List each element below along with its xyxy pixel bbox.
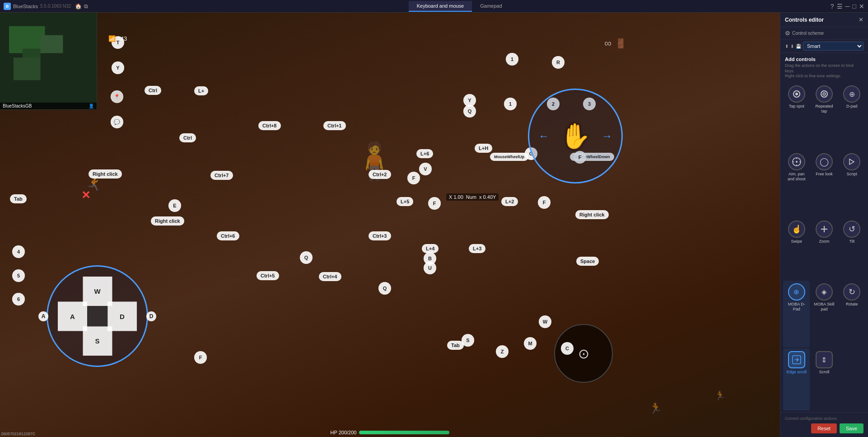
side-num-6[interactable]: 6 bbox=[12, 293, 25, 305]
ctrl-edge-scroll[interactable]: Edge scroll bbox=[783, 348, 810, 410]
key-bubble-Ctrl[interactable]: Ctrl bbox=[145, 86, 161, 95]
key-bubble-Ctrl1[interactable]: Ctrl+1 bbox=[323, 121, 346, 130]
scheme-gear-icon[interactable]: ⚙ bbox=[785, 30, 790, 37]
key-bubble-location[interactable]: 📍 bbox=[111, 90, 123, 103]
game-area: BlueStacksGB 👤 26057021812287C 📶 143 3 ∞… bbox=[0, 13, 780, 437]
key-bubble-S-br[interactable]: S bbox=[462, 334, 474, 347]
ctrl-repeated-tap[interactable]: Repeatedtap bbox=[811, 83, 837, 150]
export-icon[interactable]: ⬇ bbox=[790, 44, 794, 49]
key-bubble-L6[interactable]: L+6 bbox=[416, 149, 433, 158]
key-bubble-Q-right[interactable]: Q bbox=[463, 105, 476, 117]
hp-bar bbox=[359, 431, 449, 434]
ctrl-tilt[interactable]: ↺ Tilt bbox=[839, 218, 865, 280]
key-bubble-F-far2[interactable]: F bbox=[538, 196, 551, 209]
save-cloud-icon[interactable]: 💾 bbox=[796, 44, 801, 49]
key-bubble-chat[interactable]: 💬 bbox=[111, 116, 123, 128]
app-name: BlueStacks bbox=[13, 4, 38, 9]
ctrl-rotate[interactable]: ↻ Rotate bbox=[839, 281, 865, 348]
exit-icon[interactable]: 🚪 bbox=[615, 38, 626, 49]
key-bubble-Q2[interactable]: Q bbox=[378, 282, 391, 295]
key-bubble-Ctrl6[interactable]: Ctrl+6 bbox=[217, 231, 239, 240]
repeated-tap-label: Repeatedtap bbox=[815, 104, 833, 114]
ctrl-moba-skill-pad[interactable]: ◈ MOBA Skillpad bbox=[811, 281, 837, 348]
add-controls-title: Add controls bbox=[785, 56, 863, 62]
moba-skill-pad-icon: ◈ bbox=[816, 283, 833, 301]
key-bubble-L-plus[interactable]: L+ bbox=[194, 86, 208, 95]
ctrl-tap-spot[interactable]: Tap spot bbox=[783, 83, 810, 150]
key-bubble-F-bottom[interactable]: F bbox=[194, 351, 207, 364]
close-mark[interactable]: ✕ bbox=[81, 189, 90, 202]
key-bubble-L4[interactable]: L+4 bbox=[422, 244, 439, 253]
ctrl-scroll[interactable]: ⇕ Scroll bbox=[811, 348, 837, 410]
key-bubble-1-top[interactable]: 1 bbox=[506, 53, 518, 66]
edge-scroll-label: Edge scroll bbox=[786, 370, 807, 375]
import-icon[interactable]: ⬆ bbox=[785, 44, 789, 49]
key-bubble-L2[interactable]: L+2 bbox=[501, 197, 518, 206]
free-look-label: Free look bbox=[816, 172, 833, 177]
key-bubble-right-click1[interactable]: Right click bbox=[89, 169, 122, 179]
dpad-label-D: D bbox=[146, 311, 156, 321]
tap-spot-label: Tap spot bbox=[789, 104, 804, 109]
hp-bar-container: HP 200/200 bbox=[331, 430, 450, 435]
moba-skill-pad-label: MOBA Skillpad bbox=[814, 302, 834, 312]
key-bubble-E[interactable]: E bbox=[168, 199, 181, 212]
ctrl-script[interactable]: Script bbox=[839, 150, 865, 217]
key-bubble-Ctrl5[interactable]: Ctrl+5 bbox=[257, 271, 279, 280]
side-num-5[interactable]: 5 bbox=[12, 269, 25, 282]
key-bubble-Ctrl7[interactable]: Ctrl+7 bbox=[210, 171, 233, 180]
menu-icon[interactable]: ☰ bbox=[837, 3, 843, 10]
key-bubble-Tab-br[interactable]: Tab bbox=[447, 341, 464, 350]
bluestacks-logo: B bbox=[4, 3, 11, 10]
key-bubble-L3[interactable]: L+3 bbox=[469, 244, 485, 253]
key-bubble-R[interactable]: R bbox=[552, 56, 565, 69]
close-icon[interactable]: ✕ bbox=[859, 3, 864, 10]
hand-gesture-icon: ✋ bbox=[560, 122, 591, 151]
key-bubble-LH[interactable]: L+H bbox=[475, 144, 492, 153]
key-bubble-Ctrl8[interactable]: Ctrl+8 bbox=[258, 121, 281, 130]
minimap-user-icon: 👤 bbox=[89, 103, 94, 108]
panel-close-icon[interactable]: ✕ bbox=[859, 16, 863, 23]
svg-marker-11 bbox=[849, 159, 854, 164]
tab-gamepad[interactable]: Gamepad bbox=[472, 1, 510, 12]
key-bubble-1-mid[interactable]: 1 bbox=[504, 98, 517, 110]
key-bubble-Tab[interactable]: Tab bbox=[10, 194, 27, 203]
minimize-icon[interactable]: ─ bbox=[845, 3, 850, 10]
key-bubble-Ctrl2[interactable]: Ctrl+2 bbox=[369, 170, 391, 179]
side-num-4[interactable]: 4 bbox=[12, 245, 25, 258]
key-bubble-Y2[interactable]: Y bbox=[112, 61, 124, 74]
home-icon[interactable]: 🏠 bbox=[75, 3, 82, 9]
key-bubble-Ctrl-area[interactable]: Ctrl bbox=[179, 133, 196, 142]
ctrl-d-pad[interactable]: ⊕ D-pad bbox=[839, 83, 865, 150]
key-bubble-C[interactable]: C bbox=[561, 342, 574, 355]
key-bubble-Space[interactable]: Space bbox=[576, 257, 599, 266]
key-bubble-Ctrl4[interactable]: Ctrl+4 bbox=[319, 272, 341, 281]
ctrl-free-look[interactable]: ◯ Free look bbox=[811, 150, 837, 217]
copy-icon[interactable]: ⧉ bbox=[84, 3, 88, 9]
key-bubble-F-right[interactable]: F bbox=[407, 172, 420, 184]
key-bubble-right-click-far[interactable]: Right click bbox=[575, 210, 609, 219]
key-bubble-Q-mid[interactable]: Q bbox=[300, 251, 313, 264]
key-bubble-Ctrl3[interactable]: Ctrl+3 bbox=[369, 231, 391, 240]
key-bubble-MouseWheelUp[interactable]: MouseWheelUp bbox=[490, 153, 528, 161]
scheme-select[interactable]: Smart bbox=[803, 42, 863, 51]
save-button[interactable]: Save bbox=[840, 423, 863, 433]
reset-button[interactable]: Reset bbox=[811, 423, 837, 433]
key-bubble-W-br[interactable]: W bbox=[539, 315, 551, 328]
ctrl-swipe[interactable]: ☝ Swipe bbox=[783, 218, 810, 280]
key-bubble-V[interactable]: V bbox=[419, 163, 432, 175]
restore-icon[interactable]: □ bbox=[853, 3, 856, 10]
help-icon[interactable]: ? bbox=[831, 3, 834, 10]
swipe-label: Swipe bbox=[791, 239, 802, 244]
ctrl-zoom[interactable]: Zoom bbox=[811, 218, 837, 280]
key-bubble-M-br[interactable]: M bbox=[524, 337, 537, 350]
dpad-right[interactable]: D bbox=[107, 301, 137, 331]
dpad-left[interactable]: A bbox=[58, 301, 87, 331]
ctrl-aim-pan-shoot[interactable]: Aim, panand shoot bbox=[783, 150, 810, 217]
tab-keyboard-mouse[interactable]: Keyboard and mouse bbox=[409, 1, 472, 12]
key-bubble-U[interactable]: U bbox=[424, 262, 436, 274]
key-bubble-F-right2[interactable]: F bbox=[428, 197, 441, 210]
key-bubble-right-click2[interactable]: Right click bbox=[151, 216, 184, 226]
ctrl-moba-d-pad[interactable]: ⊕ MOBA D-Pad bbox=[783, 281, 810, 348]
key-bubble-L5[interactable]: L+5 bbox=[397, 197, 413, 206]
key-bubble-Z[interactable]: Z bbox=[496, 345, 509, 358]
